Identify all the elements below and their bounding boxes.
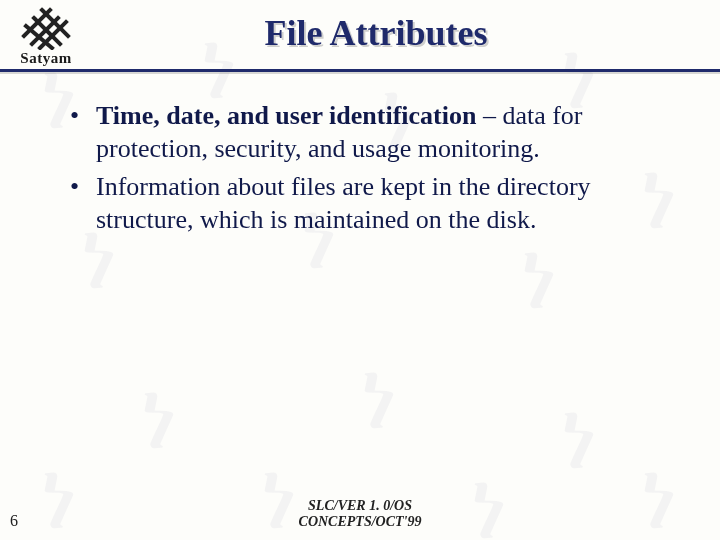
footer: 6 SLC/VER 1. 0/OS CONCEPTS/OCT'99 — [0, 498, 720, 530]
bullet-list: Time, date, and user identification – da… — [62, 100, 660, 236]
content-area: Time, date, and user identification – da… — [0, 72, 720, 236]
header: Satyam File Attributes — [0, 0, 720, 67]
footer-line-2: CONCEPTS/OCT'99 — [40, 514, 680, 530]
brand-logo: Satyam — [0, 4, 92, 67]
bullet-item: Time, date, and user identification – da… — [62, 100, 660, 165]
slide-title: File Attributes — [92, 12, 660, 54]
slide: Satyam File Attributes Time, date, and u… — [0, 0, 720, 540]
bullet-rest: Information about files are kept in the … — [96, 172, 591, 234]
footer-line-1: SLC/VER 1. 0/OS — [40, 498, 680, 514]
title-area: File Attributes — [92, 4, 720, 54]
footer-text: SLC/VER 1. 0/OS CONCEPTS/OCT'99 — [40, 498, 720, 530]
page-number: 6 — [0, 512, 40, 530]
lattice-icon — [18, 6, 74, 50]
bullet-item: Information about files are kept in the … — [62, 171, 660, 236]
brand-name: Satyam — [0, 50, 92, 67]
bullet-lead: Time, date, and user identification — [96, 101, 476, 130]
